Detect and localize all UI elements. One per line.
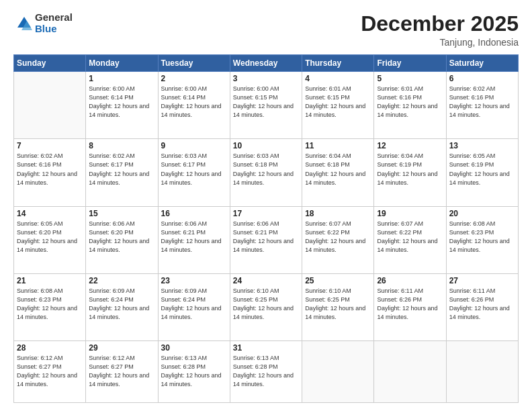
day-info: Sunrise: 6:07 AM Sunset: 6:22 PM Dayligh… bbox=[305, 220, 371, 255]
day-cell: 19Sunrise: 6:07 AM Sunset: 6:22 PM Dayli… bbox=[374, 206, 446, 273]
day-cell: 6Sunrise: 6:02 AM Sunset: 6:16 PM Daylig… bbox=[446, 72, 518, 139]
location-subtitle: Tanjung, Indonesia bbox=[361, 37, 519, 48]
day-info: Sunrise: 6:00 AM Sunset: 6:15 PM Dayligh… bbox=[233, 85, 299, 120]
day-number: 10 bbox=[233, 141, 299, 150]
day-info: Sunrise: 6:01 AM Sunset: 6:16 PM Dayligh… bbox=[377, 85, 443, 120]
day-cell bbox=[14, 72, 86, 139]
day-info: Sunrise: 6:02 AM Sunset: 6:16 PM Dayligh… bbox=[17, 152, 83, 187]
day-cell: 15Sunrise: 6:06 AM Sunset: 6:20 PM Dayli… bbox=[86, 206, 158, 273]
day-number: 31 bbox=[233, 343, 299, 353]
day-number: 12 bbox=[377, 141, 443, 150]
week-row-4: 21Sunrise: 6:08 AM Sunset: 6:23 PM Dayli… bbox=[14, 273, 519, 340]
day-number: 28 bbox=[17, 343, 83, 353]
day-cell bbox=[446, 341, 518, 403]
day-info: Sunrise: 6:00 AM Sunset: 6:14 PM Dayligh… bbox=[161, 85, 227, 120]
day-number: 26 bbox=[377, 276, 443, 285]
day-cell: 9Sunrise: 6:03 AM Sunset: 6:17 PM Daylig… bbox=[158, 139, 230, 206]
day-number: 11 bbox=[305, 141, 371, 150]
day-info: Sunrise: 6:13 AM Sunset: 6:28 PM Dayligh… bbox=[161, 354, 227, 389]
day-number: 2 bbox=[161, 74, 227, 83]
day-number: 7 bbox=[17, 141, 83, 150]
day-number: 27 bbox=[449, 276, 515, 285]
day-info: Sunrise: 6:08 AM Sunset: 6:23 PM Dayligh… bbox=[17, 287, 83, 322]
day-info: Sunrise: 6:04 AM Sunset: 6:18 PM Dayligh… bbox=[305, 152, 371, 187]
day-cell: 17Sunrise: 6:06 AM Sunset: 6:21 PM Dayli… bbox=[230, 206, 302, 273]
day-cell: 4Sunrise: 6:01 AM Sunset: 6:15 PM Daylig… bbox=[302, 72, 374, 139]
day-number: 1 bbox=[89, 74, 154, 83]
day-number: 13 bbox=[449, 141, 515, 150]
week-row-2: 7Sunrise: 6:02 AM Sunset: 6:16 PM Daylig… bbox=[14, 139, 519, 206]
day-cell: 27Sunrise: 6:11 AM Sunset: 6:26 PM Dayli… bbox=[446, 273, 518, 340]
title-block: December 2025 Tanjung, Indonesia bbox=[361, 12, 519, 48]
day-cell: 31Sunrise: 6:13 AM Sunset: 6:28 PM Dayli… bbox=[230, 341, 302, 403]
day-number: 25 bbox=[305, 276, 371, 285]
day-info: Sunrise: 6:01 AM Sunset: 6:15 PM Dayligh… bbox=[305, 85, 371, 120]
week-row-3: 14Sunrise: 6:05 AM Sunset: 6:20 PM Dayli… bbox=[14, 206, 519, 273]
header-friday: Friday bbox=[374, 55, 446, 72]
day-cell: 26Sunrise: 6:11 AM Sunset: 6:26 PM Dayli… bbox=[374, 273, 446, 340]
month-title: December 2025 bbox=[361, 12, 519, 36]
day-cell: 13Sunrise: 6:05 AM Sunset: 6:19 PM Dayli… bbox=[446, 139, 518, 206]
day-cell: 30Sunrise: 6:13 AM Sunset: 6:28 PM Dayli… bbox=[158, 341, 230, 403]
day-cell: 25Sunrise: 6:10 AM Sunset: 6:25 PM Dayli… bbox=[302, 273, 374, 340]
header-wednesday: Wednesday bbox=[230, 55, 302, 72]
page: General Blue December 2025 Tanjung, Indo… bbox=[0, 0, 532, 411]
day-cell: 1Sunrise: 6:00 AM Sunset: 6:14 PM Daylig… bbox=[86, 72, 158, 139]
day-cell: 8Sunrise: 6:02 AM Sunset: 6:17 PM Daylig… bbox=[86, 139, 158, 206]
day-cell: 14Sunrise: 6:05 AM Sunset: 6:20 PM Dayli… bbox=[14, 206, 86, 273]
day-number: 3 bbox=[233, 74, 299, 83]
day-number: 19 bbox=[377, 209, 443, 218]
day-cell bbox=[302, 341, 374, 403]
day-info: Sunrise: 6:02 AM Sunset: 6:16 PM Dayligh… bbox=[449, 85, 515, 120]
header: General Blue December 2025 Tanjung, Indo… bbox=[13, 12, 519, 48]
day-cell: 22Sunrise: 6:09 AM Sunset: 6:24 PM Dayli… bbox=[86, 273, 158, 340]
day-number: 29 bbox=[89, 343, 154, 353]
week-row-5: 28Sunrise: 6:12 AM Sunset: 6:27 PM Dayli… bbox=[14, 341, 519, 403]
header-thursday: Thursday bbox=[302, 55, 374, 72]
day-number: 20 bbox=[449, 209, 515, 218]
day-cell: 23Sunrise: 6:09 AM Sunset: 6:24 PM Dayli… bbox=[158, 273, 230, 340]
week-row-1: 1Sunrise: 6:00 AM Sunset: 6:14 PM Daylig… bbox=[14, 72, 519, 139]
day-cell bbox=[374, 341, 446, 403]
day-info: Sunrise: 6:06 AM Sunset: 6:21 PM Dayligh… bbox=[233, 220, 299, 255]
day-info: Sunrise: 6:04 AM Sunset: 6:19 PM Dayligh… bbox=[377, 152, 443, 187]
day-cell: 18Sunrise: 6:07 AM Sunset: 6:22 PM Dayli… bbox=[302, 206, 374, 273]
day-number: 24 bbox=[233, 276, 299, 285]
day-info: Sunrise: 6:09 AM Sunset: 6:24 PM Dayligh… bbox=[89, 287, 154, 322]
day-info: Sunrise: 6:10 AM Sunset: 6:25 PM Dayligh… bbox=[305, 287, 371, 322]
header-monday: Monday bbox=[86, 55, 158, 72]
header-sunday: Sunday bbox=[14, 55, 86, 72]
day-info: Sunrise: 6:12 AM Sunset: 6:27 PM Dayligh… bbox=[89, 354, 154, 389]
day-info: Sunrise: 6:09 AM Sunset: 6:24 PM Dayligh… bbox=[161, 287, 227, 322]
day-info: Sunrise: 6:11 AM Sunset: 6:26 PM Dayligh… bbox=[377, 287, 443, 322]
day-cell: 7Sunrise: 6:02 AM Sunset: 6:16 PM Daylig… bbox=[14, 139, 86, 206]
day-info: Sunrise: 6:11 AM Sunset: 6:26 PM Dayligh… bbox=[449, 287, 515, 322]
day-info: Sunrise: 6:08 AM Sunset: 6:23 PM Dayligh… bbox=[449, 220, 515, 255]
header-tuesday: Tuesday bbox=[158, 55, 230, 72]
day-number: 22 bbox=[89, 276, 154, 285]
day-number: 23 bbox=[161, 276, 227, 285]
day-info: Sunrise: 6:00 AM Sunset: 6:14 PM Dayligh… bbox=[89, 85, 154, 120]
day-number: 4 bbox=[305, 74, 371, 83]
day-cell: 20Sunrise: 6:08 AM Sunset: 6:23 PM Dayli… bbox=[446, 206, 518, 273]
day-info: Sunrise: 6:05 AM Sunset: 6:20 PM Dayligh… bbox=[17, 220, 83, 255]
day-info: Sunrise: 6:05 AM Sunset: 6:19 PM Dayligh… bbox=[449, 152, 515, 187]
day-cell: 12Sunrise: 6:04 AM Sunset: 6:19 PM Dayli… bbox=[374, 139, 446, 206]
day-info: Sunrise: 6:06 AM Sunset: 6:20 PM Dayligh… bbox=[89, 220, 154, 255]
day-info: Sunrise: 6:10 AM Sunset: 6:25 PM Dayligh… bbox=[233, 287, 299, 322]
day-info: Sunrise: 6:12 AM Sunset: 6:27 PM Dayligh… bbox=[17, 354, 83, 389]
day-number: 6 bbox=[449, 74, 515, 83]
day-cell: 28Sunrise: 6:12 AM Sunset: 6:27 PM Dayli… bbox=[14, 341, 86, 403]
header-saturday: Saturday bbox=[446, 55, 518, 72]
day-cell: 24Sunrise: 6:10 AM Sunset: 6:25 PM Dayli… bbox=[230, 273, 302, 340]
day-number: 17 bbox=[233, 209, 299, 218]
day-cell: 10Sunrise: 6:03 AM Sunset: 6:18 PM Dayli… bbox=[230, 139, 302, 206]
day-number: 21 bbox=[17, 276, 83, 285]
calendar-table: Sunday Monday Tuesday Wednesday Thursday… bbox=[13, 54, 519, 403]
logo-blue-text: Blue bbox=[35, 23, 57, 34]
day-cell: 21Sunrise: 6:08 AM Sunset: 6:23 PM Dayli… bbox=[14, 273, 86, 340]
logo: General Blue bbox=[13, 12, 73, 34]
day-info: Sunrise: 6:07 AM Sunset: 6:22 PM Dayligh… bbox=[377, 220, 443, 255]
logo-general-text: General bbox=[35, 11, 73, 23]
day-number: 16 bbox=[161, 209, 227, 218]
